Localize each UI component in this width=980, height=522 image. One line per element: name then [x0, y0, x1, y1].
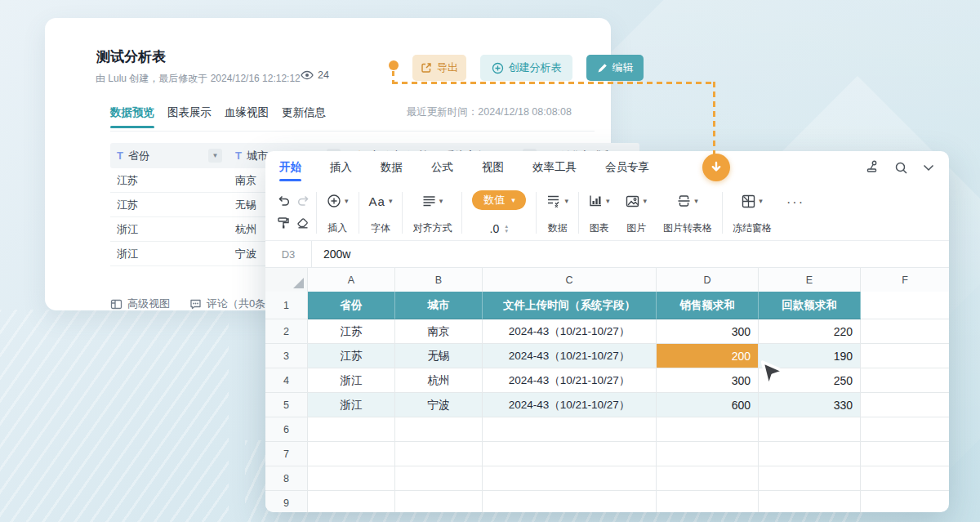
toolbar-align-group[interactable]: ▾ 对齐方式 — [404, 189, 460, 237]
sheet-cell[interactable]: 600 — [657, 393, 759, 417]
number-format-button[interactable]: 数值▾ — [472, 190, 526, 210]
decimal-stepper[interactable]: ▲▼ — [504, 224, 509, 234]
sheet-cell[interactable]: 330 — [759, 393, 861, 417]
sheet-cell[interactable] — [759, 466, 861, 491]
row-header-9[interactable]: 9 — [265, 491, 308, 512]
sheet-cell[interactable] — [395, 442, 483, 466]
redo-icon[interactable] — [296, 194, 310, 207]
format-painter-icon[interactable] — [277, 216, 290, 230]
download-button[interactable] — [702, 154, 730, 181]
selected-cell-D3[interactable]: 200 — [657, 344, 759, 368]
toolbar-image-to-table-group[interactable]: ▾ 图片转表格 — [655, 189, 720, 237]
toolbar-font-group[interactable]: Aa▾ 字体 — [361, 189, 401, 237]
sheet-cell[interactable]: 2024-43（10/21-10/27） — [483, 393, 657, 417]
menu-member-exclusive[interactable]: 会员专享 — [605, 151, 649, 184]
sheet-cell[interactable]: 浙江 — [308, 393, 395, 417]
filter-dropdown-icon[interactable]: ▼ — [208, 149, 222, 163]
sheet-cell[interactable] — [759, 417, 861, 442]
sheet-cell[interactable] — [395, 466, 483, 491]
column-header-province[interactable]: T 省份 ▼ — [110, 143, 229, 168]
sheet-cell[interactable] — [861, 344, 949, 368]
stamp-icon[interactable] — [865, 160, 880, 175]
sheet-cell[interactable] — [308, 491, 395, 512]
sheet-cell[interactable]: 250 — [759, 368, 861, 393]
row-header-5[interactable]: 5 — [265, 393, 308, 417]
row-header-6[interactable]: 6 — [265, 417, 308, 442]
sheet-cell[interactable]: 2024-43（10/21-10/27） — [483, 344, 657, 368]
sheet-header-cell[interactable]: 回款额求和 — [759, 292, 861, 319]
sheet-header-cell[interactable]: 销售额求和 — [657, 292, 759, 319]
tab-data-preview[interactable]: 数据预览 — [110, 104, 154, 128]
more-tools-icon[interactable]: ··· — [780, 195, 811, 210]
sheet-cell[interactable] — [308, 466, 395, 491]
sheet-cell[interactable]: 220 — [759, 319, 861, 344]
edit-button[interactable]: 编辑 — [586, 55, 644, 81]
select-all-corner[interactable] — [265, 268, 308, 292]
tab-lineage-view[interactable]: 血缘视图 — [225, 104, 269, 128]
sheet-cell[interactable] — [395, 417, 483, 442]
sheet-header-cell[interactable]: 城市 — [395, 292, 483, 319]
sheet-cell[interactable] — [861, 442, 949, 466]
sheet-cell[interactable] — [657, 417, 759, 442]
sheet-cell[interactable]: 宁波 — [395, 393, 483, 417]
sheet-header-cell[interactable]: 文件上传时间（系统字段） — [483, 292, 657, 319]
menu-efficiency-tools[interactable]: 效率工具 — [532, 151, 577, 184]
cell-name-box[interactable]: D3 — [265, 241, 312, 267]
sheet-cell[interactable] — [657, 442, 759, 466]
comments-button[interactable]: 评论（共0条） — [189, 297, 276, 311]
sheet-cell[interactable]: 2024-43（10/21-10/27） — [483, 319, 657, 344]
column-header-B[interactable]: B — [395, 268, 483, 292]
sheet-cell[interactable] — [861, 292, 949, 319]
tab-chart-display[interactable]: 图表展示 — [167, 104, 212, 128]
chevron-down-icon[interactable] — [923, 164, 934, 172]
sheet-cell[interactable] — [861, 319, 949, 344]
sheet-cell[interactable] — [861, 417, 949, 442]
sheet-cell[interactable] — [483, 466, 657, 491]
sheet-cell[interactable]: 浙江 — [308, 368, 395, 393]
sheet-cell[interactable] — [657, 466, 759, 491]
sheet-cell[interactable] — [483, 417, 657, 442]
toolbar-insert-group[interactable]: ▾ 插入 — [318, 189, 357, 237]
toolbar-data-group[interactable]: ▾ 数据 — [538, 189, 577, 237]
sheet-cell[interactable] — [395, 491, 483, 512]
sheet-cell[interactable] — [759, 442, 861, 466]
export-button[interactable]: 导出 — [412, 55, 466, 81]
sheet-cell[interactable]: 190 — [759, 344, 861, 368]
column-header-A[interactable]: A — [308, 268, 395, 292]
sheet-cell[interactable] — [861, 393, 949, 417]
search-icon[interactable] — [894, 161, 908, 175]
row-header-2[interactable]: 2 — [265, 319, 308, 344]
create-analysis-button[interactable]: 创建分析表 — [480, 55, 572, 81]
sheet-cell[interactable] — [308, 442, 395, 466]
sheet-cell[interactable] — [861, 368, 949, 393]
eraser-icon[interactable] — [296, 216, 310, 230]
sheet-cell[interactable] — [759, 491, 861, 512]
row-header-3[interactable]: 3 — [265, 344, 308, 368]
sheet-cell[interactable]: 江苏 — [308, 319, 395, 344]
column-header-D[interactable]: D — [657, 268, 759, 292]
sheet-cell[interactable]: 300 — [657, 319, 759, 344]
column-header-F[interactable]: F — [861, 268, 949, 292]
tab-update-info[interactable]: 更新信息 — [282, 104, 326, 128]
row-header-7[interactable]: 7 — [265, 442, 308, 466]
sheet-cell[interactable] — [861, 466, 949, 491]
sheet-cell[interactable] — [483, 442, 657, 466]
toolbar-image-group[interactable]: ▾ 图片 — [617, 189, 655, 237]
row-header-1[interactable]: 1 — [265, 292, 308, 319]
toolbar-chart-group[interactable]: ▾ 图表 — [581, 189, 618, 237]
column-header-C[interactable]: C — [483, 268, 657, 292]
formula-input[interactable]: 200w — [312, 241, 350, 267]
menu-data[interactable]: 数据 — [381, 151, 403, 184]
sheet-cell[interactable]: 300 — [657, 368, 759, 393]
sheet-cell[interactable] — [657, 491, 759, 512]
sheet-cell[interactable]: 2024-43（10/21-10/27） — [483, 368, 657, 393]
row-header-8[interactable]: 8 — [265, 466, 308, 491]
undo-icon[interactable] — [277, 194, 291, 207]
sheet-cell[interactable]: 南京 — [395, 319, 483, 344]
menu-formula[interactable]: 公式 — [431, 151, 453, 184]
sheet-cell[interactable]: 杭州 — [395, 368, 483, 393]
column-header-E[interactable]: E — [759, 268, 861, 292]
sheet-cell[interactable]: 无锡 — [395, 344, 483, 368]
row-header-4[interactable]: 4 — [265, 368, 308, 393]
sheet-cell[interactable]: 江苏 — [308, 344, 395, 368]
